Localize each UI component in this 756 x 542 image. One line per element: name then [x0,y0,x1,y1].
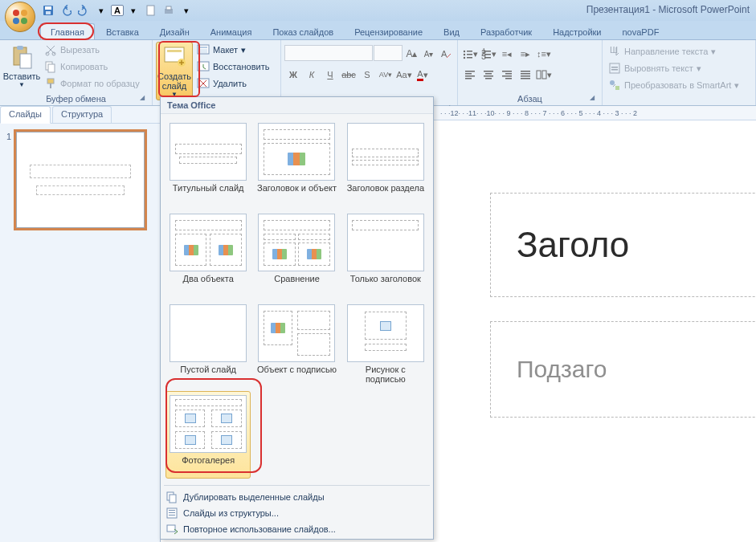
layout-comparison[interactable]: Сравнение [254,210,339,297]
grow-font-button[interactable]: A▴ [403,45,419,63]
font-family-combo[interactable] [284,45,373,61]
delete-button[interactable]: Удалить [194,75,272,92]
paragraph-group-title: Абзац◢ [461,92,599,105]
svg-rect-9 [166,6,171,10]
qat-font-button[interactable]: A [111,5,124,16]
tab-addins[interactable]: Надстройки [543,24,611,39]
italic-button[interactable]: К [303,66,321,84]
subtitle-placeholder[interactable]: Подзаго [490,321,756,418]
increase-indent-button[interactable]: ≡▸ [517,45,534,63]
font-size-combo[interactable] [374,45,403,61]
bold-button[interactable]: Ж [284,66,302,84]
clear-format-button[interactable]: A [438,45,454,63]
title-placeholder[interactable]: Заголо [490,193,756,297]
decrease-indent-button[interactable]: ≡◂ [498,45,516,63]
layout-pic-caption[interactable]: Рисунок с подписью [343,300,428,388]
svg-point-30 [464,54,465,55]
justify-icon [520,69,531,80]
numbering-button[interactable]: 123▾ [480,45,497,63]
svg-rect-55 [521,78,530,79]
svg-rect-11 [17,46,23,50]
reset-icon [197,60,210,73]
layout-section-header[interactable]: Заголовок раздела [343,119,428,206]
reset-button[interactable]: Восстановить [194,59,272,75]
align-center-button[interactable] [480,66,497,84]
tab-animation[interactable]: Анимация [201,24,262,39]
align-center-icon [483,69,494,80]
svg-point-62 [610,80,615,85]
slide-thumbnail-1[interactable]: 1 [6,132,153,228]
layout-title-only[interactable]: Только заголовок [343,210,428,297]
layout-blank[interactable]: Пустой слайд [166,300,251,388]
tab-insert[interactable]: Вставка [96,24,149,39]
slide-canvas[interactable]: Заголо Подзаго [482,153,756,522]
qat-undo-button[interactable] [58,2,74,18]
qat-customize-button[interactable]: ▾ [178,2,194,18]
tab-slideshow[interactable]: Показ слайдов [263,24,343,39]
tab-developer[interactable]: Разработчик [471,24,541,39]
menu-from-outline[interactable]: Слайды из структуры... [161,505,433,521]
paste-button[interactable]: Вставить ▼ [3,42,40,91]
tab-view[interactable]: Вид [434,24,469,39]
clipboard-launcher[interactable]: ◢ [137,94,147,104]
panel-tab-outline[interactable]: Структура [52,106,112,123]
columns-button[interactable]: ▾ [535,66,553,84]
bullets-button[interactable]: ▾ [461,45,479,63]
layout-title-content[interactable]: Заголовок и объект [254,119,339,206]
tab-design[interactable]: Дизайн [150,24,199,39]
menu-duplicate-slides[interactable]: Дублировать выделенные слайды [161,489,433,505]
qat-more-button[interactable]: ▾ [93,2,109,18]
menu-reuse-slides[interactable]: Повторное использование слайдов... [161,521,433,537]
layout-photogallery[interactable]: Фотогалерея [166,391,251,479]
convert-smartart-button[interactable]: Преобразовать в SmartArt ▾ [606,77,742,93]
text-direction-button[interactable]: ШНаправление текста ▾ [606,43,742,59]
line-spacing-button[interactable]: ↕≡▾ [535,45,553,63]
tab-home[interactable]: Главная [40,23,95,39]
qat-save-button[interactable] [40,2,56,18]
qat-more2-button[interactable]: ▾ [125,2,141,18]
char-spacing-button[interactable]: AV▾ [377,66,394,84]
copy-icon [44,60,57,73]
font-color-button[interactable]: A▾ [414,66,431,84]
layout-button[interactable]: Макет ▾ [194,42,272,58]
align-right-button[interactable] [498,66,516,84]
svg-rect-45 [485,73,492,75]
justify-button[interactable] [517,66,534,84]
shrink-font-button[interactable]: A▾ [421,45,437,63]
svg-rect-18 [50,84,51,88]
change-case-button[interactable]: Aa▾ [395,66,413,84]
align-left-button[interactable] [461,66,479,84]
new-slide-button[interactable]: Создать слайд ▼ [156,42,193,100]
copy-button[interactable]: Копировать [42,59,142,75]
svg-rect-53 [521,73,530,75]
svg-rect-46 [484,75,493,77]
clear-format-icon: A [440,48,452,59]
svg-point-0 [13,10,19,16]
layout-title-slide[interactable]: Титульный слайд [166,119,251,206]
tab-review[interactable]: Рецензирование [345,24,432,39]
paste-label: Вставить [3,71,41,81]
shadow-button[interactable]: S [358,66,376,84]
svg-rect-52 [521,71,530,72]
qat-new-button[interactable] [143,2,159,18]
new-slide-icon [161,44,187,70]
layout-obj-caption[interactable]: Объект с подписью [254,300,339,388]
ribbon-tabs: Главная Вставка Дизайн Анимация Показ сл… [0,21,756,40]
tab-novapdf[interactable]: novaPDF [613,24,669,39]
align-text-button[interactable]: Выровнять текст ▾ [606,60,742,76]
svg-rect-69 [169,515,175,516]
office-button[interactable] [5,2,35,32]
format-painter-button[interactable]: Формат по образцу [42,75,142,92]
format-painter-icon [44,77,57,90]
svg-rect-40 [465,71,475,72]
strike-button[interactable]: abc [340,66,358,84]
underline-button[interactable]: Ч [321,66,339,84]
layout-two-content[interactable]: Два объекта [166,210,251,297]
paragraph-launcher[interactable]: ◢ [587,94,597,104]
panel-tab-slides[interactable]: Слайды [0,106,51,124]
qat-redo-button[interactable] [76,2,92,18]
svg-rect-17 [47,79,54,84]
qat-print-button[interactable] [161,2,177,18]
svg-rect-44 [484,71,493,72]
cut-button[interactable]: Вырезать [42,42,142,58]
